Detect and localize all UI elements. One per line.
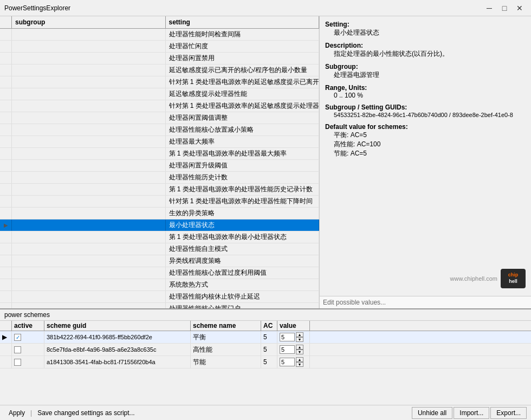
row-subgroup	[12, 148, 166, 159]
table-row[interactable]: 延迟敏感度提示已离开的核心/程序包的最小数量	[0, 64, 319, 76]
table-row[interactable]: 生效的异类策略	[0, 208, 319, 219]
scheme-value-spinner[interactable]: ▲▼	[296, 332, 303, 342]
scheme-value-cell: ▲▼	[277, 331, 310, 343]
table-row[interactable]: 处理器闲置阈值调整	[0, 112, 319, 124]
row-subgroup	[12, 231, 166, 243]
table-row[interactable]: ▶最小处理器状态	[0, 219, 319, 231]
table-row[interactable]: 第 1 类处理器电源效率的处理器性能历史记录计数	[0, 184, 319, 196]
spinner-down[interactable]: ▼	[296, 350, 303, 354]
setting-value: 最小处理器状态	[334, 29, 379, 36]
table-row[interactable]: 异类线程调度策略	[0, 255, 319, 267]
scheme-checkbox[interactable]: ✓	[14, 334, 21, 341]
table-row[interactable]: 延迟敏感度提示处理器性能	[0, 88, 319, 100]
row-setting: 针对第 1 类处理器电源效率的延迟敏感度提示已离开的核心/程序包的最小数	[166, 76, 320, 88]
scheme-active-cell: ✓	[12, 331, 44, 343]
guids-value: 54533251-82be-4824-96c1-47b60b740d00 / 8…	[334, 112, 513, 118]
spinner-down[interactable]: ▼	[296, 337, 303, 342]
default-ac: AC=5	[351, 131, 367, 139]
table-row[interactable]: 处理器忙闲度	[0, 41, 319, 53]
row-setting: 延迟敏感度提示处理器性能	[166, 88, 320, 100]
row-setting: 第 1 类处理器电源效率的最小处理器状态	[166, 231, 320, 243]
row-arrow	[0, 279, 12, 290]
row-arrow	[0, 41, 12, 52]
scheme-row[interactable]: ▶✓381b4222-f694-41f0-9685-ff5bb260df2e平衡…	[0, 331, 531, 344]
row-subgroup	[12, 219, 166, 231]
scheme-checkbox[interactable]	[14, 346, 21, 353]
row-subgroup	[12, 172, 166, 183]
table-row[interactable]: 处理器性能核心放置过度利用阈值	[0, 267, 319, 279]
row-subgroup	[12, 291, 166, 302]
scheme-value-input[interactable]	[280, 333, 295, 341]
col-header-value: value	[277, 321, 310, 331]
scheme-value-spinner[interactable]: ▲▼	[296, 345, 303, 354]
edit-bar[interactable]: Edit possible values...	[320, 296, 531, 308]
scheme-guid: a1841308-3541-4fab-bc81-f71556f20b4a	[44, 356, 191, 368]
row-setting: 第 1 类处理器电源效率的处理器最大频率	[166, 148, 320, 159]
table-row[interactable]: 第 1 类处理器电源效率的最小处理器状态	[0, 231, 319, 243]
scheme-row[interactable]: 8c5e7fda-e8bf-4a96-9a85-a6e23a8c635c高性能5…	[0, 344, 531, 356]
row-subgroup	[12, 184, 166, 195]
row-setting: 处理器忙闲度	[166, 41, 320, 52]
app-title: PowerSettingsExplorer	[4, 4, 482, 12]
scheme-checkbox[interactable]	[14, 359, 21, 366]
svg-text:hell: hell	[509, 279, 517, 284]
row-arrow	[0, 243, 12, 255]
scheme-value-input[interactable]	[280, 345, 295, 354]
spinner-up[interactable]: ▲	[296, 345, 303, 350]
guids-label: Subgroup / Setting GUIDs:	[325, 104, 407, 111]
row-subgroup	[12, 88, 166, 100]
col-header-ac: AC	[261, 321, 277, 331]
row-setting: 异类线程调度策略	[166, 255, 320, 267]
table-row[interactable]: 处理器性能内核休止软停止延迟	[0, 291, 319, 303]
table-row[interactable]: 处理器性能历史计数	[0, 172, 319, 184]
table-row[interactable]: 处理器性能核心放置门户	[0, 303, 319, 308]
col-header-arrow2	[0, 321, 12, 331]
row-setting: 处理器性能内核休止软停止延迟	[166, 291, 320, 302]
minimize-button[interactable]: ─	[482, 3, 496, 14]
apply-button[interactable]: Apply	[4, 408, 29, 418]
export-button[interactable]: Export...	[490, 407, 527, 419]
row-subgroup	[12, 267, 166, 279]
scheme-value-input[interactable]	[280, 358, 295, 366]
bottom-panel: power schemes active scheme guid scheme …	[0, 308, 531, 405]
row-subgroup	[12, 29, 166, 40]
detail-description-section: Description: 指定处理器的最小性能状态(以百分比)。	[325, 42, 526, 59]
spinner-up[interactable]: ▲	[296, 357, 303, 362]
close-button[interactable]: ✕	[513, 3, 527, 14]
separator1: |	[30, 409, 32, 417]
table-row[interactable]: 系统散热方式	[0, 279, 319, 291]
default-ac: AC=100	[357, 140, 381, 148]
scheme-value-spinner[interactable]: ▲▼	[296, 357, 303, 367]
save-script-button[interactable]: Save changed settings as script...	[33, 408, 139, 418]
scheme-row[interactable]: a1841308-3541-4fab-bc81-f71556f20b4a节能5▲…	[0, 356, 531, 369]
table-row[interactable]: 处理器性能核心放置减小策略	[0, 124, 319, 136]
detail-subgroup-section: Subgroup: 处理器电源管理	[325, 63, 526, 80]
table-row[interactable]: 针对第 1 类处理器电源效率的处理器性能下降时间	[0, 196, 319, 208]
spinner-up[interactable]: ▲	[296, 332, 303, 337]
row-arrow	[0, 160, 12, 171]
table-header: subgroup setting	[0, 16, 319, 29]
maximize-button[interactable]: □	[497, 3, 511, 14]
table-row[interactable]: 处理器最大频率	[0, 136, 319, 148]
row-setting: 处理器闲置禁用	[166, 53, 320, 64]
table-row[interactable]: 处理器性能自主模式	[0, 243, 319, 255]
row-arrow	[0, 172, 12, 183]
settings-table-body[interactable]: 处理器性能时间检查间隔处理器忙闲度处理器闲置禁用延迟敏感度提示已离开的核心/程序…	[0, 29, 319, 308]
col-header-setting: setting	[166, 16, 320, 28]
unhide-all-button[interactable]: Unhide all	[412, 407, 452, 419]
table-row[interactable]: 处理器闲置升级阈值	[0, 160, 319, 172]
row-setting: 第 1 类处理器电源效率的处理器性能历史记录计数	[166, 184, 320, 195]
import-button[interactable]: Import...	[454, 407, 489, 419]
title-bar: PowerSettingsExplorer ─ □ ✕	[0, 0, 531, 16]
watermark-area: www.chiphell.com chip hell	[450, 268, 527, 289]
table-row[interactable]: 针对第 1 类处理器电源效率的延迟敏感度提示已离开的核心/程序包的最小数	[0, 76, 319, 88]
spinner-down[interactable]: ▼	[296, 362, 303, 367]
row-arrow	[0, 124, 12, 135]
default-scheme: 节能:	[334, 150, 348, 157]
scheme-ac: 5	[261, 344, 277, 356]
table-row[interactable]: 第 1 类处理器电源效率的处理器最大频率	[0, 148, 319, 160]
row-setting: 系统散热方式	[166, 279, 320, 290]
table-row[interactable]: 处理器性能时间检查间隔	[0, 29, 319, 41]
table-row[interactable]: 处理器闲置禁用	[0, 53, 319, 64]
table-row[interactable]: 针对第 1 类处理器电源效率的延迟敏感度提示处理器性能	[0, 100, 319, 112]
